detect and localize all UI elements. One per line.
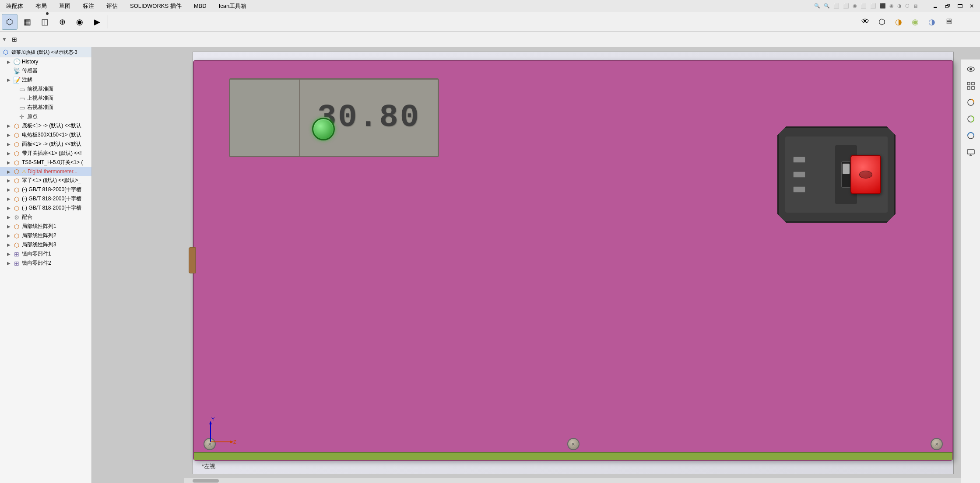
chevron-arr2: ▶ <box>7 233 11 238</box>
tree-item-heat1[interactable]: ▶ ⬡ 电热板300X150<1> (默认 <box>0 130 91 140</box>
toolbar-monitor-btn[interactable]: 🖥 <box>941 14 956 30</box>
tree-item-ts6[interactable]: ▶ ⬡ TS6-SMT_H-5.0开关<1> ( <box>0 158 91 167</box>
screw3-icon: ⬡ <box>13 205 21 212</box>
window-maximize[interactable]: 🗖 <box>955 3 965 9</box>
match-icon: ⚙ <box>13 214 21 221</box>
toggle-knob <box>843 164 850 174</box>
tree-item-switch1[interactable]: ▶ ⬡ 带开关插座<1> (默认) <<! <box>0 149 91 158</box>
menu-layout[interactable]: 布局 <box>33 1 49 11</box>
left-panel: ⬡ 饭菜加热板 (默认) <显示状态-3 ▶ 🕒 History 📡 传感器 ▶… <box>0 47 92 483</box>
right-btn-grid[interactable] <box>963 78 979 94</box>
tree-root[interactable]: ⬡ 饭菜加热板 (默认) <显示状态-3 <box>0 47 91 57</box>
arr2-label: 局部线性阵列2 <box>22 232 56 239</box>
menu-evaluate[interactable]: 评估 <box>104 1 120 11</box>
svg-rect-11 <box>967 87 970 89</box>
chevron-heat1: ▶ <box>7 133 11 137</box>
power-symbol <box>859 171 872 178</box>
right-btn-scene[interactable] <box>963 111 979 127</box>
tree-item-screw1[interactable]: ▶ ⬡ (-) GB/T 818-2000[十字槽 <box>0 185 91 194</box>
tree-item-history[interactable]: ▶ 🕒 History <box>0 57 91 66</box>
menu-ican[interactable]: Ican工具箱 <box>216 1 249 11</box>
right-btn-appearance[interactable] <box>963 94 979 110</box>
toolbar-pie-btn[interactable]: ◉ <box>72 14 88 30</box>
toolbar-box-btn[interactable]: ⬡ <box>874 14 890 30</box>
window-restore[interactable]: 🗗 <box>942 3 953 9</box>
chevron-sensor <box>7 68 11 73</box>
tree-item-origin[interactable]: ✛ 原点 <box>0 112 91 121</box>
mirror2-label: 镜向零部件2 <box>22 259 51 267</box>
filter-btn1[interactable]: ⊞ <box>8 33 21 46</box>
menu-solidworks[interactable]: SOLIDWORKS 插件 <box>127 1 184 11</box>
tree-item-annotation[interactable]: ▶ 📝 注解 <box>0 75 91 84</box>
toolbar-panel-btn[interactable]: ◫ <box>37 14 53 30</box>
main-toolbar: ⬡ ▦ ◫ ⊕ ◉ ▶ 👁 ⬡ ◑ ◉ ◑ 🖥 <box>0 12 980 32</box>
tree-item-mirror1[interactable]: ▶ ⊞ 镜向零部件1 <box>0 249 91 259</box>
arr2-icon: ⬡ <box>13 232 21 239</box>
top-view-label: 上视基准面 <box>27 94 53 102</box>
window-minimize[interactable]: 🗕 <box>930 3 941 9</box>
tree-item-front-view[interactable]: ▭ 前视基准面 <box>0 84 91 94</box>
grid-icon <box>966 81 975 90</box>
svg-text:*: * <box>211 445 212 449</box>
right-btn-camera[interactable] <box>963 128 979 144</box>
window-close[interactable]: ✕ <box>967 3 976 9</box>
top-view-icon: ▭ <box>18 95 26 102</box>
toolbar-color3-btn[interactable]: ◑ <box>924 14 940 30</box>
menu-sketch[interactable]: 草图 <box>56 1 73 11</box>
view-label: *左视 <box>202 462 215 470</box>
tree-item-arr3[interactable]: ▶ ⬡ 局部线性阵列3 <box>0 240 91 249</box>
screw2-label: (-) GB/T 818-2000[十字槽 <box>22 195 82 203</box>
toolbar-color2-btn[interactable]: ◉ <box>907 14 923 30</box>
tree-item-right-view[interactable]: ▭ 右视基准面 <box>0 103 91 112</box>
tree-item-screw3[interactable]: ▶ ⬡ (-) GB/T 818-2000[十字槽 <box>0 203 91 213</box>
right-btn-eye[interactable] <box>963 61 979 77</box>
tree-item-screw2[interactable]: ▶ ⬡ (-) GB/T 818-2000[十字槽 <box>0 194 91 203</box>
right-btn-display2[interactable] <box>963 144 979 160</box>
chevron-ts6: ▶ <box>7 160 11 165</box>
origin-label: 原点 <box>27 113 38 120</box>
dtherm-label: Digital thermometer... <box>28 168 77 175</box>
svg-point-8 <box>969 68 972 70</box>
filter-toolbar: ▼ ⊞ <box>0 32 980 47</box>
sensor-label: 传感器 <box>22 67 38 74</box>
connector-group-left <box>793 157 805 192</box>
tree-item-digital-therm[interactable]: ▶ ⬡ ⚠ Digital thermometer... <box>0 167 91 176</box>
tree-item-bottom1[interactable]: ▶ ⬡ 底板<1> -> (默认) <<默认 <box>0 121 91 130</box>
menu-label[interactable]: 标注 <box>80 1 97 11</box>
tree-item-match[interactable]: ▶ ⚙ 配合 <box>0 213 91 222</box>
history-label: History <box>22 59 38 65</box>
mirror1-label: 镜向零部件1 <box>22 250 51 258</box>
tree-item-top-view[interactable]: ▭ 上视基准面 <box>0 94 91 103</box>
tree-item-arr1[interactable]: ▶ ⬡ 局部线性阵列1 <box>0 222 91 231</box>
right-view-label: 右视基准面 <box>27 104 53 111</box>
menu-mbd[interactable]: MBD <box>191 2 209 10</box>
chevron-screw1: ▶ <box>7 187 11 192</box>
tree-item-sensor[interactable]: 📡 传感器 <box>0 66 91 75</box>
scrollbar-thumb[interactable] <box>193 479 219 483</box>
toolbar-arrow-btn[interactable]: ▶ <box>89 14 105 30</box>
chevron-top <box>12 96 17 101</box>
tree-item-mirror2[interactable]: ▶ ⊞ 镜向零部件2 <box>0 259 91 268</box>
viewport[interactable]: 30.80 <box>92 47 980 483</box>
tree-item-arr2[interactable]: ▶ ⬡ 局部线性阵列2 <box>0 231 91 240</box>
tree-item-cover1[interactable]: ▶ ⬡ 罩子<1> (默认) <<默认>_ <box>0 176 91 185</box>
switch1-label: 带开关插座<1> (默认) <<! <box>22 150 82 157</box>
toolbar-view-btn[interactable]: ⬡ <box>2 14 18 30</box>
chevron-arr1: ▶ <box>7 224 11 229</box>
arr1-icon: ⬡ <box>13 223 21 230</box>
tree-item-panel1[interactable]: ▶ ⬡ 面板<1> -> (默认) <<默认 <box>0 140 91 149</box>
right-icons-panel <box>961 60 980 483</box>
toolbar-grid-btn[interactable]: ▦ <box>19 14 35 30</box>
match-label: 配合 <box>22 214 32 221</box>
menu-assemble[interactable]: 装配体 <box>4 1 26 11</box>
chevron-mirror2: ▶ <box>7 261 11 266</box>
indicator-dot <box>46 12 49 15</box>
toolbar-eye-btn[interactable]: 👁 <box>857 14 873 30</box>
chevron-screw3: ▶ <box>7 206 11 210</box>
toolbar-color1-btn[interactable]: ◑ <box>891 14 906 30</box>
toolbar-crosshair-btn[interactable]: ⊕ <box>54 14 70 30</box>
main-layout: ⬡ 饭菜加热板 (默认) <显示状态-3 ▶ 🕒 History 📡 传感器 ▶… <box>0 47 980 483</box>
power-panel-inner <box>785 136 888 213</box>
bottom-scrollbar[interactable] <box>184 478 961 483</box>
chevron-mirror1: ▶ <box>7 252 11 256</box>
